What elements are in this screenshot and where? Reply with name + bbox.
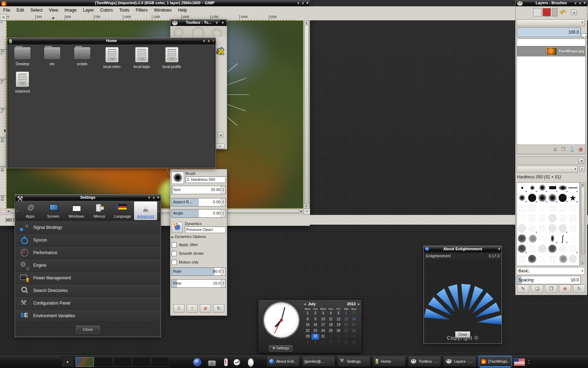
- calendar-day[interactable]: 25: [327, 328, 335, 334]
- brush-cell[interactable]: [547, 244, 558, 254]
- calendar-day[interactable]: 7: [319, 340, 327, 346]
- brush-scrollbar[interactable]: ▲ ▼: [580, 182, 586, 265]
- calendar-day[interactable]: 15: [304, 322, 312, 328]
- settings-list-item[interactable]: Engine: [16, 259, 160, 272]
- brush-cell[interactable]: [568, 223, 578, 233]
- brush-indicator-select[interactable]: ▼: [216, 144, 225, 149]
- settings-tab[interactable]: Advanced: [134, 202, 157, 220]
- calendar-day[interactable]: 9: [312, 316, 319, 322]
- calendar-day[interactable]: 17: [319, 322, 327, 328]
- size-spinner[interactable]: ▲▼: [221, 186, 225, 194]
- file-area[interactable]: Desktop etc scripts local.cshrc local.lo…: [8, 44, 215, 167]
- menu-item[interactable]: Edit: [13, 8, 27, 13]
- taskbar-window-button[interactable]: Layers - ...: [443, 356, 476, 367]
- shelf-handle-icon[interactable]: [528, 360, 530, 361]
- settings-list-item[interactable]: Syscon: [16, 234, 160, 246]
- iconify-icon[interactable]: ∧: [579, 0, 581, 6]
- taskbar-window-button[interactable]: Toolbox - ...: [408, 356, 441, 367]
- shade-icon[interactable]: ∨: [203, 38, 205, 44]
- close-icon[interactable]: ×: [157, 195, 159, 200]
- ruler-origin-button[interactable]: ⊞: [0, 14, 7, 21]
- calendar-day[interactable]: 10: [342, 340, 350, 346]
- brush-cell[interactable]: [517, 223, 527, 233]
- widget-settings-button[interactable]: ⚒ Settings: [269, 345, 293, 352]
- toolbox-titlebar[interactable]: Toolbox - To... ∨×: [170, 20, 227, 26]
- refresh-brushes-icon[interactable]: ↻: [573, 285, 585, 293]
- calendar-day[interactable]: 6: [342, 311, 350, 316]
- brush-cell[interactable]: [517, 203, 527, 213]
- close-icon[interactable]: ×: [498, 246, 500, 252]
- brush-cell[interactable]: [537, 244, 547, 254]
- settings-tab[interactable]: Apps: [19, 202, 42, 220]
- edit-brush-icon[interactable]: ✎: [517, 285, 529, 293]
- settings-list-item[interactable]: Power Management: [16, 272, 160, 284]
- brush-cell[interactable]: [547, 213, 558, 223]
- browser-tray-icon[interactable]: [193, 358, 201, 366]
- brush-cell[interactable]: [517, 254, 527, 264]
- settings-list-item[interactable]: Configuration Panel: [16, 297, 160, 309]
- shade-icon[interactable]: ∨: [574, 0, 577, 6]
- menu-item[interactable]: Select: [27, 8, 46, 13]
- delete-layer-icon[interactable]: ⊗: [579, 146, 583, 153]
- brush-cell[interactable]: [568, 254, 578, 264]
- calendar-day[interactable]: 23: [312, 328, 319, 334]
- iconify-icon[interactable]: ∧: [302, 0, 304, 6]
- brush-cell[interactable]: [568, 244, 578, 254]
- calendar-day[interactable]: 21: [350, 322, 358, 328]
- brush-cell[interactable]: [527, 254, 537, 264]
- calendar-day[interactable]: 13: [342, 316, 350, 322]
- calendar-day[interactable]: 5: [304, 340, 312, 346]
- save-options-icon[interactable]: ⇩: [173, 304, 184, 313]
- calendar-day[interactable]: 1: [304, 311, 312, 316]
- scroll-down-icon[interactable]: ▼: [581, 262, 584, 264]
- horizontal-ruler[interactable]: 02505007501000125015001750200022502500: [6, 14, 297, 21]
- tabs-scroll-left-icon[interactable]: ‹: [16, 209, 19, 213]
- calendar-day[interactable]: 20: [342, 322, 350, 328]
- calendar-day[interactable]: 9: [335, 340, 342, 346]
- calendar-day[interactable]: 2: [312, 311, 319, 316]
- calendar-day[interactable]: 11: [327, 316, 335, 322]
- brush-cell[interactable]: [558, 223, 568, 233]
- brush-cell[interactable]: [558, 233, 568, 244]
- file-item[interactable]: etc: [38, 47, 66, 66]
- calendar-day[interactable]: 12: [335, 316, 342, 322]
- size-slider[interactable]: Size 20.00 ▲▼: [172, 186, 226, 194]
- calendar-day[interactable]: 3: [342, 334, 350, 340]
- calendar-day[interactable]: 29: [304, 334, 312, 340]
- flow-spinner[interactable]: ▲▼: [221, 280, 225, 287]
- settings-list-item[interactable]: Signal Bindings: [16, 221, 160, 234]
- brush-cell[interactable]: [527, 183, 537, 193]
- brush-cell[interactable]: [517, 213, 527, 223]
- menu-item[interactable]: Filters: [133, 8, 151, 13]
- settings-tab[interactable]: Language: [111, 202, 134, 220]
- brush-cell[interactable]: [558, 213, 568, 223]
- settings-list-item[interactable]: Environment Variables: [16, 309, 160, 322]
- shade-icon[interactable]: ∨: [148, 195, 150, 200]
- settings-list-item[interactable]: Performance: [16, 246, 160, 259]
- settings-list-item[interactable]: Search Directories: [16, 284, 160, 297]
- opacity-slider[interactable]: 100.0: [517, 27, 581, 37]
- aspect-spinner[interactable]: ▲▼: [221, 198, 225, 206]
- brush-name-field[interactable]: 2. Hardness 050: [186, 176, 226, 183]
- delete-options-icon[interactable]: ⊗: [200, 304, 211, 313]
- layer-row[interactable]: TwoWings.jpg: [517, 46, 585, 56]
- brush-cell[interactable]: [568, 203, 578, 213]
- brush-cell[interactable]: [568, 193, 578, 203]
- restore-options-icon[interactable]: ⇧: [187, 304, 198, 313]
- close-icon[interactable]: ×: [583, 0, 586, 6]
- undo-icon[interactable]: ↶: [560, 8, 566, 16]
- taskbar-window-button[interactable]: [TwoWings...: [479, 356, 512, 367]
- calendar-day[interactable]: 7: [350, 311, 358, 316]
- taskbar-window-button[interactable]: Home: [373, 356, 406, 367]
- brush-set-select[interactable]: Basic, ▼: [517, 267, 585, 275]
- rate-slider[interactable]: Rate 80.0 ▲▼: [172, 267, 226, 276]
- shade-icon[interactable]: ∨: [297, 0, 300, 6]
- angle-spinner[interactable]: ▲▼: [221, 210, 225, 217]
- layer-mode-select[interactable]: ▼: [517, 19, 585, 26]
- calendar-day[interactable]: 30: [312, 334, 319, 340]
- angle-slider[interactable]: Angle 0.00 ▲▼: [172, 209, 226, 218]
- lower-layer-icon[interactable]: ⇊: [553, 146, 558, 152]
- pager-desk[interactable]: [113, 357, 132, 367]
- quickmask-toggle[interactable]: [0, 209, 7, 214]
- file-item[interactable]: local.profile: [158, 47, 186, 69]
